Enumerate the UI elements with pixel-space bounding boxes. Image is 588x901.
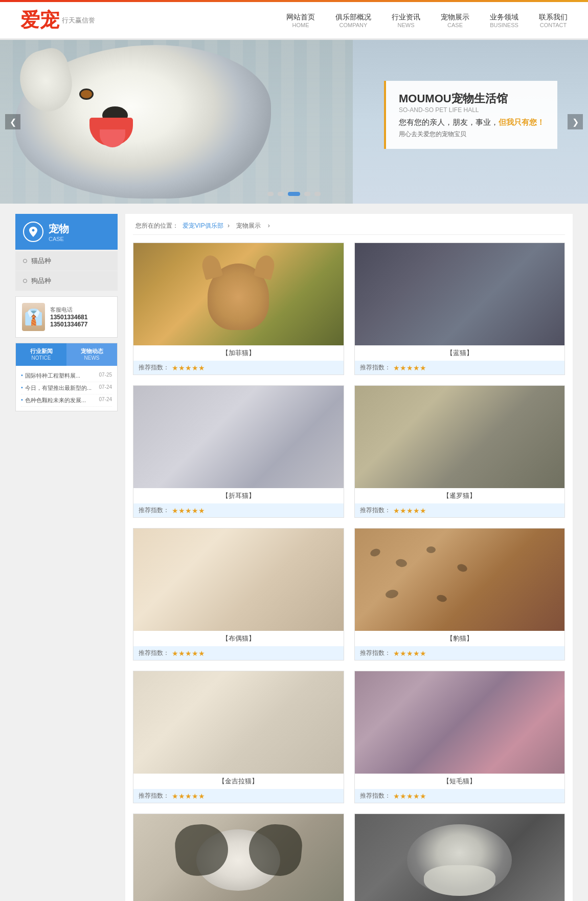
nav-item-home[interactable]: 网站首页 HOME bbox=[286, 13, 315, 28]
hero-subtitle: SO-AND-SO PET LIFE HALL bbox=[399, 106, 545, 114]
rating-label-2: 推荐指数： bbox=[360, 363, 391, 372]
pet-card-5[interactable]: 【布偶猫】 推荐指数： ★★★★★ bbox=[133, 528, 344, 661]
nav-item-company[interactable]: 俱乐部概况 COMPANY bbox=[335, 13, 371, 28]
rating-label-3: 推荐指数： bbox=[139, 506, 169, 515]
pet-image-6 bbox=[355, 529, 565, 631]
stars-7: ★★★★★ bbox=[172, 792, 205, 800]
contact-info: 客服电话 13501334681 13501334677 bbox=[50, 306, 87, 328]
nav-cn-news: 行业资讯 bbox=[392, 13, 420, 22]
news-item-3[interactable]: • 色种色颗粒未来的发展... 07-24 bbox=[21, 394, 112, 407]
nav-item-contact[interactable]: 联系我们 CONTACT bbox=[539, 13, 568, 28]
header: 爱宠 行天赢信誉 网站首页 HOME 俱乐部概况 COMPANY 行业资讯 NE… bbox=[0, 2, 588, 40]
sidebar-menu-item-dog[interactable]: 狗品种 bbox=[15, 271, 118, 291]
news-item-1[interactable]: • 国际特种工程塑料展... 07-25 bbox=[21, 370, 112, 382]
rating-label-1: 推荐指数： bbox=[139, 363, 169, 372]
sidebar-icon bbox=[23, 222, 43, 242]
breadcrumb-prefix: 您所在的位置： bbox=[135, 222, 178, 229]
news-tab-pet[interactable]: 宠物动态 NEWS bbox=[66, 343, 117, 366]
dot-3[interactable] bbox=[288, 192, 300, 196]
breadcrumb-home[interactable]: 爱宠VIP俱乐部 bbox=[183, 222, 223, 229]
pet-card-7[interactable]: 【金吉拉猫】 推荐指数： ★★★★★ bbox=[133, 671, 344, 803]
news-date-3: 07-24 bbox=[99, 397, 112, 404]
dot-2[interactable] bbox=[278, 192, 284, 196]
news-bullet-2: • bbox=[21, 384, 23, 392]
pet-card-10[interactable]: 【雪纳瑞】 推荐指数： ★★★★★ bbox=[354, 814, 566, 901]
stars-6: ★★★★★ bbox=[393, 649, 426, 657]
pet-name-1: 【加菲猫】 bbox=[133, 345, 344, 361]
news-tab-pet-cn: 宠物动态 bbox=[69, 347, 115, 355]
news-date-1: 07-25 bbox=[99, 372, 112, 380]
rating-label-4: 推荐指数： bbox=[360, 506, 391, 515]
pet-rating-6: 推荐指数： ★★★★★ bbox=[355, 646, 565, 660]
rating-label-6: 推荐指数： bbox=[360, 649, 391, 657]
contact-phone1: 13501334681 bbox=[50, 314, 87, 321]
nav-cn-business: 业务领域 bbox=[490, 13, 518, 22]
news-items: • 国际特种工程塑料展... 07-25 • 今日，有望推出最新型的... 07… bbox=[16, 366, 117, 411]
news-tab-industry-cn: 行业新闻 bbox=[18, 347, 64, 355]
hero-overlay-card: MOUMOU宠物生活馆 SO-AND-SO PET LIFE HALL 您有您的… bbox=[384, 81, 557, 149]
breadcrumb: 您所在的位置： 爱宠VIP俱乐部 › 宠物展示 › bbox=[133, 222, 565, 235]
stars-8: ★★★★★ bbox=[393, 792, 426, 800]
pet-rating-7: 推荐指数： ★★★★★ bbox=[133, 789, 344, 803]
nav-cn-case: 宠物展示 bbox=[441, 13, 469, 22]
news-text-1: 国际特种工程塑料展... bbox=[25, 372, 97, 380]
stars-2: ★★★★★ bbox=[393, 364, 426, 372]
rating-label-5: 推荐指数： bbox=[139, 649, 169, 657]
stars-3: ★★★★★ bbox=[172, 507, 205, 515]
right-content: 您所在的位置： 爱宠VIP俱乐部 › 宠物展示 › 【加菲猫】 推荐指数： bbox=[125, 214, 573, 901]
sidebar: 宠物 CASE 猫品种 狗品种 👔 客服电话 13501334681 bbox=[15, 214, 118, 901]
pet-image-10 bbox=[355, 814, 565, 901]
news-item-2[interactable]: • 今日，有望推出最新型的... 07-24 bbox=[21, 382, 112, 394]
logo-text: 爱宠 bbox=[20, 7, 59, 33]
nav-cn-home: 网站首页 bbox=[286, 13, 315, 22]
hero-dots bbox=[267, 192, 321, 196]
hero-arrow-right[interactable]: ❯ bbox=[568, 114, 583, 129]
contact-phone2: 13501334677 bbox=[50, 321, 87, 328]
hero-tagline: 您有您的亲人，朋友，事业，但我只有您！ bbox=[399, 118, 545, 127]
pet-image-1 bbox=[133, 243, 344, 345]
pet-card-2[interactable]: 【蓝猫】 推荐指数： ★★★★★ bbox=[354, 243, 566, 375]
dot-4[interactable] bbox=[304, 192, 310, 196]
hero-desc: 用心去关爱您的宠物宝贝 bbox=[399, 130, 545, 139]
news-text-3: 色种色颗粒未来的发展... bbox=[25, 397, 97, 404]
rating-label-7: 推荐指数： bbox=[139, 792, 169, 800]
sidebar-title-cn: 宠物 bbox=[49, 222, 69, 236]
nav-item-business[interactable]: 业务领域 BUSINESS bbox=[490, 13, 518, 28]
pet-card-9[interactable]: 【哈士奇】 推荐指数： ★★★★★ bbox=[133, 814, 344, 901]
hero-arrow-left[interactable]: ❮ bbox=[5, 114, 20, 129]
sidebar-menu-item-cat[interactable]: 猫品种 bbox=[15, 251, 118, 271]
pet-name-2: 【蓝猫】 bbox=[355, 345, 565, 361]
main-nav: 网站首页 HOME 俱乐部概况 COMPANY 行业资讯 NEWS 宠物展示 C… bbox=[286, 13, 568, 28]
nav-item-news[interactable]: 行业资讯 NEWS bbox=[392, 13, 420, 28]
news-tab-industry[interactable]: 行业新闻 NOTICE bbox=[16, 343, 66, 366]
pet-grid: 【加菲猫】 推荐指数： ★★★★★ 【蓝猫】 推荐指数： ★★★★★ bbox=[133, 243, 565, 901]
pet-rating-5: 推荐指数： ★★★★★ bbox=[133, 646, 344, 660]
pet-card-6[interactable]: 【豹猫】 推荐指数： ★★★★★ bbox=[354, 528, 566, 661]
pet-card-1[interactable]: 【加菲猫】 推荐指数： ★★★★★ bbox=[133, 243, 344, 375]
news-box: 行业新闻 NOTICE 宠物动态 NEWS • 国际特种工程塑料展... 07-… bbox=[15, 343, 118, 411]
sidebar-header: 宠物 CASE bbox=[15, 214, 118, 250]
pet-image-2 bbox=[355, 243, 565, 345]
breadcrumb-sep2: › bbox=[268, 222, 270, 229]
pet-card-3[interactable]: 【折耳猫】 推荐指数： ★★★★★ bbox=[133, 385, 344, 518]
nav-en-news: NEWS bbox=[392, 22, 420, 28]
pet-name-4: 【暹罗猫】 bbox=[355, 488, 565, 503]
nav-en-case: CASE bbox=[441, 22, 469, 28]
stars-1: ★★★★★ bbox=[172, 364, 205, 372]
logo-tagline: 行天赢信誉 bbox=[62, 16, 95, 25]
nav-cn-contact: 联系我们 bbox=[539, 13, 568, 22]
nav-en-home: HOME bbox=[286, 22, 315, 28]
pet-name-3: 【折耳猫】 bbox=[133, 488, 344, 503]
news-bullet-1: • bbox=[21, 372, 23, 380]
dot-1[interactable] bbox=[267, 192, 274, 196]
stars-4: ★★★★★ bbox=[393, 507, 426, 515]
pet-card-8[interactable]: 【短毛猫】 推荐指数： ★★★★★ bbox=[354, 671, 566, 803]
menu-label-dog: 狗品种 bbox=[31, 276, 51, 285]
nav-item-case[interactable]: 宠物展示 CASE bbox=[441, 13, 469, 28]
pet-image-3 bbox=[133, 386, 344, 488]
hero-tagline2: 但我只有您！ bbox=[499, 118, 545, 126]
menu-dot-cat bbox=[23, 259, 27, 263]
dot-5[interactable] bbox=[314, 192, 321, 196]
pet-card-4[interactable]: 【暹罗猫】 推荐指数： ★★★★★ bbox=[354, 385, 566, 518]
news-date-2: 07-24 bbox=[99, 384, 112, 392]
